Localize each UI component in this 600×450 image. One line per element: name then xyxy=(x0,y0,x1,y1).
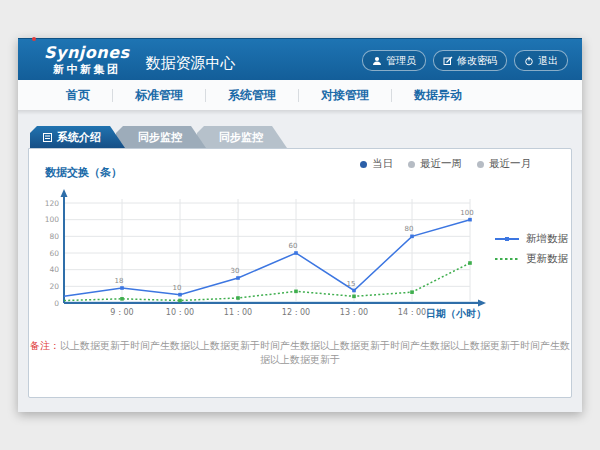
data-point xyxy=(236,276,240,280)
user-button-label: 管理员 xyxy=(386,54,416,68)
chart-panel: 当日最近一周最近一月 数据交换（条） 0204060801001209：0010… xyxy=(28,148,572,398)
data-point xyxy=(294,290,298,294)
y-tick-label: 100 xyxy=(45,215,60,224)
radio-selected-icon xyxy=(360,161,367,168)
radio-icon xyxy=(408,161,415,168)
logo-dot-icon xyxy=(32,37,36,41)
tab-doc-icon xyxy=(43,133,52,142)
app-window: Synjones 新中新集团 数据资源中心 管理员修改密码退出 首页标准管理系统… xyxy=(18,38,582,412)
user-area: 管理员修改密码退出 xyxy=(362,50,568,71)
range-option-最近一周[interactable]: 最近一周 xyxy=(408,157,462,171)
logo-subtext: 新中新集团 xyxy=(44,64,130,75)
legend-item-新增数据[interactable]: 新增数据 xyxy=(494,229,568,249)
legend-solid-line-icon xyxy=(494,235,520,243)
chart-legend: 新增数据更新数据 xyxy=(494,229,568,269)
x-tick-label: 14：00 xyxy=(398,308,426,317)
y-tick-label: 80 xyxy=(49,232,59,241)
user-icon xyxy=(372,56,382,66)
tab-同步监控-1[interactable]: 同步监控 xyxy=(116,126,206,148)
data-point-label: 80 xyxy=(405,225,414,233)
tab-label: 系统介绍 xyxy=(57,130,101,145)
footnote-text: 以上数据更新于时间产生数据以上数据更新于时间产生数据以上数据更新于时间产生数据以… xyxy=(60,340,570,365)
tab-label: 同步监控 xyxy=(138,130,182,145)
y-axis-title: 数据交换（条） xyxy=(45,165,122,180)
data-point xyxy=(178,299,182,303)
range-option-label: 最近一周 xyxy=(420,157,462,171)
data-point xyxy=(468,261,472,265)
nav-item-1[interactable]: 标准管理 xyxy=(113,87,205,104)
x-tick-label: 11：00 xyxy=(224,308,252,317)
nav-shadow xyxy=(18,110,582,115)
tab-系统介绍-0[interactable]: 系统介绍 xyxy=(30,126,125,148)
legend-item-更新数据[interactable]: 更新数据 xyxy=(494,249,568,269)
data-point xyxy=(120,297,124,301)
content-area: 系统介绍同步监控同步监控 当日最近一周最近一月 数据交换（条） 02040608… xyxy=(18,110,582,412)
data-point-label: 10 xyxy=(173,284,182,292)
data-point xyxy=(410,235,414,239)
footnote: 备注：以上数据更新于时间产生数据以上数据更新于时间产生数据以上数据更新于时间产生… xyxy=(29,339,571,367)
legend-label: 更新数据 xyxy=(526,252,568,266)
data-point-label: 15 xyxy=(347,280,356,288)
data-point xyxy=(294,251,298,255)
y-tick-label: 0 xyxy=(54,299,59,308)
logo-text: Synjones xyxy=(44,45,130,61)
tab-label: 同步监控 xyxy=(219,130,263,145)
data-point-label: 30 xyxy=(231,267,240,275)
nav-item-2[interactable]: 系统管理 xyxy=(206,87,298,104)
logo: Synjones 新中新集团 xyxy=(44,45,130,75)
radio-icon xyxy=(477,161,484,168)
data-point-label: 18 xyxy=(115,277,124,285)
y-tick-label: 120 xyxy=(45,199,60,208)
data-point xyxy=(178,293,182,297)
page-title: 数据资源中心 xyxy=(146,54,236,73)
x-tick-label: 10：00 xyxy=(166,308,194,317)
y-tick-label: 60 xyxy=(49,249,59,258)
data-point xyxy=(352,289,356,293)
user-button-修改密码[interactable]: 修改密码 xyxy=(433,50,507,71)
y-tick-label: 40 xyxy=(49,265,59,274)
data-point xyxy=(468,218,472,222)
x-axis-title: 日期（小时） xyxy=(426,308,486,319)
edit-icon xyxy=(443,56,453,66)
data-point-label: 100 xyxy=(460,209,473,217)
legend-label: 新增数据 xyxy=(526,232,568,246)
footnote-prefix: 备注： xyxy=(30,340,60,351)
nav-item-4[interactable]: 数据异动 xyxy=(392,87,484,104)
y-axis-arrow-icon xyxy=(61,189,68,197)
x-tick-label: 9：00 xyxy=(110,308,133,317)
user-button-label: 修改密码 xyxy=(457,54,497,68)
series-line-更新数据 xyxy=(64,263,470,301)
data-point xyxy=(352,295,356,299)
user-button-label: 退出 xyxy=(538,54,558,68)
x-axis-arrow-icon xyxy=(478,300,486,307)
data-point xyxy=(236,296,240,300)
app-header: Synjones 新中新集团 数据资源中心 管理员修改密码退出 xyxy=(18,38,582,80)
data-point xyxy=(120,286,124,290)
x-tick-label: 12：00 xyxy=(282,308,310,317)
user-button-管理员[interactable]: 管理员 xyxy=(362,50,426,71)
nav-item-3[interactable]: 对接管理 xyxy=(299,87,391,104)
range-filter: 当日最近一周最近一月 xyxy=(360,157,531,171)
power-icon xyxy=(524,56,534,66)
range-option-label: 最近一月 xyxy=(489,157,531,171)
range-option-当日[interactable]: 当日 xyxy=(360,157,393,171)
range-option-最近一月[interactable]: 最近一月 xyxy=(477,157,531,171)
tab-同步监控-2[interactable]: 同步监控 xyxy=(197,126,287,148)
data-point-label: 60 xyxy=(289,242,298,250)
data-point xyxy=(410,290,414,294)
user-button-退出[interactable]: 退出 xyxy=(514,50,568,71)
line-chart: 0204060801001209：0010：0011：0012：0013：001… xyxy=(31,185,531,327)
y-tick-label: 20 xyxy=(49,282,59,291)
legend-dashed-line-icon xyxy=(494,255,520,263)
x-tick-label: 13：00 xyxy=(340,308,368,317)
nav-item-0[interactable]: 首页 xyxy=(44,87,112,104)
main-nav: 首页标准管理系统管理对接管理数据异动 xyxy=(18,80,582,111)
range-option-label: 当日 xyxy=(372,157,393,171)
tab-bar: 系统介绍同步监控同步监控 xyxy=(30,126,287,148)
